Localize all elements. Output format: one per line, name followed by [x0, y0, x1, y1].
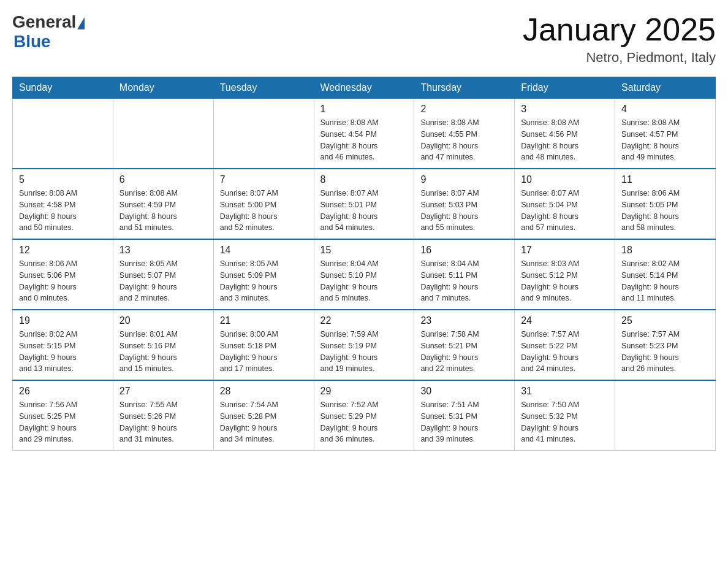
day-info: Sunrise: 7:55 AM Sunset: 5:26 PM Dayligh…: [119, 399, 207, 445]
day-info: Sunrise: 8:06 AM Sunset: 5:05 PM Dayligh…: [621, 188, 709, 234]
calendar-cell: 30Sunrise: 7:51 AM Sunset: 5:31 PM Dayli…: [414, 380, 515, 451]
page-header: General Blue January 2025 Netro, Piedmon…: [12, 12, 716, 66]
logo-blue-text: Blue: [13, 32, 51, 52]
day-info: Sunrise: 8:04 AM Sunset: 5:11 PM Dayligh…: [420, 258, 508, 304]
day-number: 20: [119, 315, 207, 326]
day-number: 15: [320, 245, 408, 256]
calendar-cell: 8Sunrise: 8:07 AM Sunset: 5:01 PM Daylig…: [314, 169, 414, 239]
calendar-cell: 12Sunrise: 8:06 AM Sunset: 5:06 PM Dayli…: [13, 239, 113, 310]
calendar-cell: 19Sunrise: 8:02 AM Sunset: 5:15 PM Dayli…: [13, 310, 113, 380]
day-info: Sunrise: 8:08 AM Sunset: 4:56 PM Dayligh…: [521, 117, 609, 163]
day-info: Sunrise: 7:54 AM Sunset: 5:28 PM Dayligh…: [220, 399, 308, 445]
day-number: 4: [621, 104, 709, 115]
calendar-cell: 10Sunrise: 8:07 AM Sunset: 5:04 PM Dayli…: [515, 169, 615, 239]
day-number: 10: [521, 174, 609, 185]
calendar-week-row: 26Sunrise: 7:56 AM Sunset: 5:25 PM Dayli…: [13, 380, 716, 451]
day-info: Sunrise: 8:05 AM Sunset: 5:07 PM Dayligh…: [119, 258, 207, 304]
calendar-cell: 4Sunrise: 8:08 AM Sunset: 4:57 PM Daylig…: [615, 99, 716, 169]
calendar-cell: 15Sunrise: 8:04 AM Sunset: 5:10 PM Dayli…: [314, 239, 414, 310]
calendar-cell: [615, 380, 716, 451]
day-number: 6: [119, 174, 207, 185]
day-info: Sunrise: 8:02 AM Sunset: 5:14 PM Dayligh…: [621, 258, 709, 304]
weekday-header-wednesday: Wednesday: [314, 77, 414, 99]
day-info: Sunrise: 8:07 AM Sunset: 5:03 PM Dayligh…: [420, 188, 508, 234]
weekday-header-row: SundayMondayTuesdayWednesdayThursdayFrid…: [13, 77, 716, 99]
logo: General Blue: [12, 12, 85, 52]
day-info: Sunrise: 8:08 AM Sunset: 4:58 PM Dayligh…: [19, 188, 107, 234]
day-info: Sunrise: 7:59 AM Sunset: 5:19 PM Dayligh…: [320, 329, 408, 375]
weekday-header-thursday: Thursday: [414, 77, 515, 99]
calendar-title: January 2025: [523, 12, 716, 47]
calendar-cell: 3Sunrise: 8:08 AM Sunset: 4:56 PM Daylig…: [515, 99, 615, 169]
calendar-cell: 26Sunrise: 7:56 AM Sunset: 5:25 PM Dayli…: [13, 380, 113, 451]
day-number: 1: [320, 104, 408, 115]
day-number: 7: [220, 174, 308, 185]
calendar-cell: 11Sunrise: 8:06 AM Sunset: 5:05 PM Dayli…: [615, 169, 716, 239]
day-info: Sunrise: 8:05 AM Sunset: 5:09 PM Dayligh…: [220, 258, 308, 304]
calendar-cell: 23Sunrise: 7:58 AM Sunset: 5:21 PM Dayli…: [414, 310, 515, 380]
day-number: 28: [220, 386, 308, 397]
day-info: Sunrise: 8:08 AM Sunset: 4:55 PM Dayligh…: [420, 117, 508, 163]
day-number: 18: [621, 245, 709, 256]
logo-triangle-icon: [77, 17, 85, 29]
day-number: 11: [621, 174, 709, 185]
day-info: Sunrise: 8:07 AM Sunset: 5:04 PM Dayligh…: [521, 188, 609, 234]
day-number: 14: [220, 245, 308, 256]
weekday-header-sunday: Sunday: [13, 77, 113, 99]
weekday-header-tuesday: Tuesday: [213, 77, 314, 99]
calendar-week-row: 12Sunrise: 8:06 AM Sunset: 5:06 PM Dayli…: [13, 239, 716, 310]
calendar-cell: 2Sunrise: 8:08 AM Sunset: 4:55 PM Daylig…: [414, 99, 515, 169]
calendar-week-row: 19Sunrise: 8:02 AM Sunset: 5:15 PM Dayli…: [13, 310, 716, 380]
day-info: Sunrise: 8:08 AM Sunset: 4:54 PM Dayligh…: [320, 117, 408, 163]
day-info: Sunrise: 7:57 AM Sunset: 5:23 PM Dayligh…: [621, 329, 709, 375]
day-number: 22: [320, 315, 408, 326]
calendar-cell: 28Sunrise: 7:54 AM Sunset: 5:28 PM Dayli…: [213, 380, 314, 451]
day-number: 30: [420, 386, 508, 397]
day-number: 17: [521, 245, 609, 256]
calendar-cell: 16Sunrise: 8:04 AM Sunset: 5:11 PM Dayli…: [414, 239, 515, 310]
calendar-cell: 1Sunrise: 8:08 AM Sunset: 4:54 PM Daylig…: [314, 99, 414, 169]
calendar-cell: 21Sunrise: 8:00 AM Sunset: 5:18 PM Dayli…: [213, 310, 314, 380]
day-info: Sunrise: 7:56 AM Sunset: 5:25 PM Dayligh…: [19, 399, 107, 445]
day-number: 16: [420, 245, 508, 256]
day-number: 24: [521, 315, 609, 326]
day-info: Sunrise: 7:52 AM Sunset: 5:29 PM Dayligh…: [320, 399, 408, 445]
calendar-cell: 17Sunrise: 8:03 AM Sunset: 5:12 PM Dayli…: [515, 239, 615, 310]
day-info: Sunrise: 7:50 AM Sunset: 5:32 PM Dayligh…: [521, 399, 609, 445]
calendar-cell: [213, 99, 314, 169]
day-number: 26: [19, 386, 107, 397]
calendar-cell: 27Sunrise: 7:55 AM Sunset: 5:26 PM Dayli…: [113, 380, 213, 451]
day-number: 3: [521, 104, 609, 115]
calendar-table: SundayMondayTuesdayWednesdayThursdayFrid…: [12, 77, 716, 451]
calendar-cell: 5Sunrise: 8:08 AM Sunset: 4:58 PM Daylig…: [13, 169, 113, 239]
day-number: 27: [119, 386, 207, 397]
calendar-cell: 13Sunrise: 8:05 AM Sunset: 5:07 PM Dayli…: [113, 239, 213, 310]
calendar-week-row: 1Sunrise: 8:08 AM Sunset: 4:54 PM Daylig…: [13, 99, 716, 169]
calendar-week-row: 5Sunrise: 8:08 AM Sunset: 4:58 PM Daylig…: [13, 169, 716, 239]
day-number: 5: [19, 174, 107, 185]
logo-general-text: General: [12, 12, 76, 32]
day-info: Sunrise: 8:00 AM Sunset: 5:18 PM Dayligh…: [220, 329, 308, 375]
calendar-cell: 31Sunrise: 7:50 AM Sunset: 5:32 PM Dayli…: [515, 380, 615, 451]
title-section: January 2025 Netro, Piedmont, Italy: [523, 12, 716, 66]
day-info: Sunrise: 8:08 AM Sunset: 4:59 PM Dayligh…: [119, 188, 207, 234]
calendar-cell: 18Sunrise: 8:02 AM Sunset: 5:14 PM Dayli…: [615, 239, 716, 310]
day-number: 31: [521, 386, 609, 397]
day-number: 19: [19, 315, 107, 326]
calendar-cell: 25Sunrise: 7:57 AM Sunset: 5:23 PM Dayli…: [615, 310, 716, 380]
calendar-cell: 6Sunrise: 8:08 AM Sunset: 4:59 PM Daylig…: [113, 169, 213, 239]
weekday-header-friday: Friday: [515, 77, 615, 99]
day-info: Sunrise: 7:58 AM Sunset: 5:21 PM Dayligh…: [420, 329, 508, 375]
calendar-cell: 29Sunrise: 7:52 AM Sunset: 5:29 PM Dayli…: [314, 380, 414, 451]
day-number: 25: [621, 315, 709, 326]
day-info: Sunrise: 7:57 AM Sunset: 5:22 PM Dayligh…: [521, 329, 609, 375]
weekday-header-saturday: Saturday: [615, 77, 716, 99]
calendar-cell: 24Sunrise: 7:57 AM Sunset: 5:22 PM Dayli…: [515, 310, 615, 380]
day-number: 9: [420, 174, 508, 185]
day-info: Sunrise: 8:01 AM Sunset: 5:16 PM Dayligh…: [119, 329, 207, 375]
day-info: Sunrise: 8:07 AM Sunset: 5:01 PM Dayligh…: [320, 188, 408, 234]
day-number: 21: [220, 315, 308, 326]
day-number: 23: [420, 315, 508, 326]
calendar-cell: 20Sunrise: 8:01 AM Sunset: 5:16 PM Dayli…: [113, 310, 213, 380]
day-info: Sunrise: 7:51 AM Sunset: 5:31 PM Dayligh…: [420, 399, 508, 445]
